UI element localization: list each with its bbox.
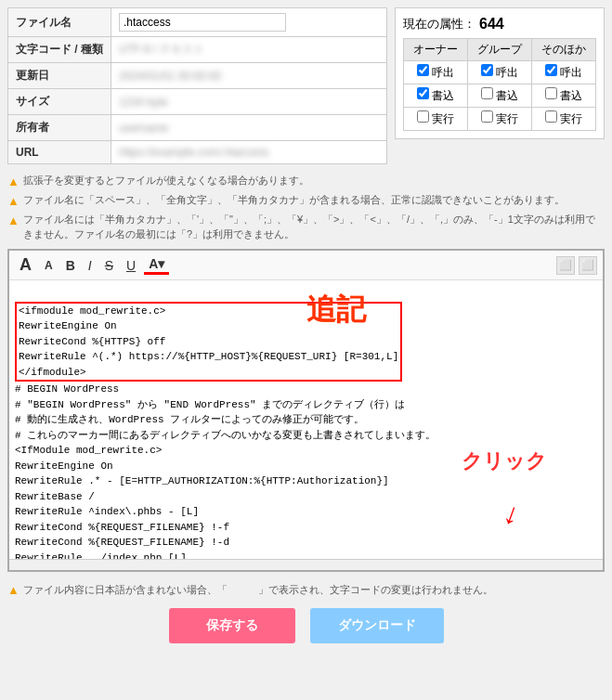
perm-write-label-owner: 書込 (432, 89, 454, 102)
perm-write-label-other: 書込 (560, 89, 582, 102)
perm-read-label-group: 呼出 (496, 66, 518, 79)
bottom-warning-icon: ▲ (7, 583, 20, 597)
permissions-panel: 現在の属性： 644 オーナー グループ そのほか 呼出 (395, 7, 605, 139)
perm-header-group: グループ (468, 39, 532, 61)
editor-scrollbar-horizontal[interactable] (9, 559, 603, 570)
perm-read-label-owner: 呼出 (432, 66, 454, 79)
checkbox-owner-write[interactable] (417, 87, 429, 99)
checkbox-other-write[interactable] (545, 87, 557, 99)
owner-label: 所有者 (8, 115, 111, 141)
perm-header-other: そのほか (532, 39, 596, 61)
warning-2: ▲ ファイル名に「スペース」、「全角文字」、「半角カタカナ」が含まれる場合、正常… (7, 193, 605, 210)
warning-3: ▲ ファイル名には「半角カタカナ」、「'」、「"」、「;」、「¥」、「>」、「<… (7, 213, 605, 241)
warning-text-2: ファイル名に「スペース」、「全角文字」、「半角カタカナ」が含まれる場合、正常に認… (23, 193, 565, 207)
table-row-filename: ファイル名 (8, 8, 387, 37)
perm-group-read[interactable]: 呼出 (468, 61, 532, 84)
perm-write-label-group: 書込 (496, 89, 518, 102)
table-row-size: サイズ 1234 byte (8, 89, 387, 115)
bottom-warning: ▲ ファイル内容に日本語が含まれない場合、「 」で表示され、文字コードの変更は行… (7, 579, 605, 601)
perm-other-read[interactable]: 呼出 (532, 61, 596, 84)
font-small-button[interactable]: A (40, 258, 58, 273)
updated-label: 更新日 (8, 63, 111, 89)
size-label: サイズ (8, 89, 111, 115)
perm-exec-label-owner: 実行 (432, 112, 454, 125)
perm-other-exec[interactable]: 実行 (532, 108, 596, 131)
warning-icon-2: ▲ (7, 193, 20, 210)
checkbox-group-read[interactable] (481, 64, 493, 76)
encoding-blurred: UTF-8 / テキスト (119, 42, 204, 58)
size-value: 1234 byte (111, 89, 387, 115)
color-button[interactable]: A▾ (144, 255, 169, 275)
checkbox-other-read[interactable] (545, 64, 557, 76)
size-blurred: 1234 byte (119, 96, 168, 109)
click-annotation-label: クリック (462, 447, 547, 475)
permissions-label: 現在の属性： (403, 16, 475, 32)
checkbox-group-write[interactable] (481, 87, 493, 99)
warning-icon-3: ▲ (7, 213, 20, 229)
perm-header-owner: オーナー (404, 39, 468, 61)
file-info-table: ファイル名 文字コード / 種類 UTF-8 / テキスト 更新日 2024/0… (7, 7, 387, 164)
perm-owner-write[interactable]: 書込 (404, 84, 468, 108)
save-button[interactable]: 保存する (169, 608, 295, 643)
url-blurred: https://example.com/.htaccess (119, 146, 268, 159)
owner-value: username (111, 115, 387, 141)
editor-container: A A B I S U A▾ ⬜ ⬜ <ifmodule mod_rewrite… (7, 249, 605, 572)
warning-text-1: 拡張子を変更するとファイルが使えなくなる場合があります。 (23, 174, 309, 188)
perm-row-write: 書込 書込 書込 (404, 84, 596, 108)
url-value: https://example.com/.htaccess (111, 141, 387, 164)
perm-exec-label-group: 実行 (496, 112, 518, 125)
perm-other-write[interactable]: 書込 (532, 84, 596, 108)
strikethrough-button[interactable]: S (100, 257, 118, 274)
encoding-label: 文字コード / 種類 (8, 37, 111, 63)
table-row-encoding: 文字コード / 種類 UTF-8 / テキスト (8, 37, 387, 63)
perm-owner-read[interactable]: 呼出 (404, 61, 468, 84)
perm-group-exec[interactable]: 実行 (468, 108, 532, 131)
toolbar-icon-1[interactable]: ⬜ (556, 256, 575, 275)
filename-input[interactable] (119, 13, 286, 32)
updated-blurred: 2024/01/01 00:00:00 (119, 70, 221, 83)
bottom-warning-text: ファイル内容に日本語が含まれない場合、「 」で表示され、文字コードの変更は行われ… (23, 583, 493, 597)
warning-1: ▲ 拡張子を変更するとファイルが使えなくなる場合があります。 (7, 174, 605, 190)
checkbox-other-exec[interactable] (545, 110, 557, 123)
perm-row-exec: 実行 実行 実行 (404, 108, 596, 131)
download-button[interactable]: ダウンロード (310, 608, 444, 643)
table-row-owner: 所有者 username (8, 115, 387, 141)
updated-value: 2024/01/01 00:00:00 (111, 63, 387, 89)
warning-text-3: ファイル名には「半角カタカナ」、「'」、「"」、「;」、「¥」、「>」、「<」、… (23, 213, 605, 241)
checkbox-group-exec[interactable] (481, 110, 493, 123)
permissions-value: 644 (479, 16, 504, 32)
perm-group-write[interactable]: 書込 (468, 84, 532, 108)
perm-read-label-other: 呼出 (560, 66, 582, 79)
warnings-area: ▲ 拡張子を変更するとファイルが使えなくなる場合があります。 ▲ ファイル名に「… (7, 174, 605, 241)
underline-button[interactable]: U (122, 257, 140, 274)
perm-owner-exec[interactable]: 実行 (404, 108, 468, 131)
url-label: URL (8, 141, 111, 164)
tsuiki-annotation: 追記 (306, 290, 366, 331)
editor-wrapper: <ifmodule mod_rewrite.c> RewriteEngine O… (9, 280, 603, 559)
checkbox-owner-read[interactable] (417, 64, 429, 76)
italic-button[interactable]: I (84, 257, 97, 274)
checkbox-owner-exec[interactable] (417, 110, 429, 123)
toolbar-icon-2[interactable]: ⬜ (579, 256, 597, 275)
filename-value[interactable] (111, 8, 387, 37)
perm-exec-label-other: 実行 (560, 112, 582, 125)
permissions-grid: オーナー グループ そのほか 呼出 呼出 (403, 38, 596, 131)
owner-blurred: username (119, 122, 168, 135)
perm-row-read: 呼出 呼出 呼出 (404, 61, 596, 84)
bold-button[interactable]: B (61, 257, 80, 274)
table-row-updated: 更新日 2024/01/01 00:00:00 (8, 63, 387, 89)
warning-icon-1: ▲ (7, 174, 20, 190)
font-large-button[interactable]: A (15, 254, 36, 276)
editor-toolbar: A A B I S U A▾ ⬜ ⬜ (9, 251, 603, 280)
encoding-value: UTF-8 / テキスト (111, 37, 387, 63)
filename-label: ファイル名 (8, 8, 111, 37)
table-row-url: URL https://example.com/.htaccess (8, 141, 387, 164)
toolbar-right-buttons: ⬜ ⬜ (556, 256, 597, 275)
action-buttons-area: 保存する ダウンロード (7, 608, 605, 643)
